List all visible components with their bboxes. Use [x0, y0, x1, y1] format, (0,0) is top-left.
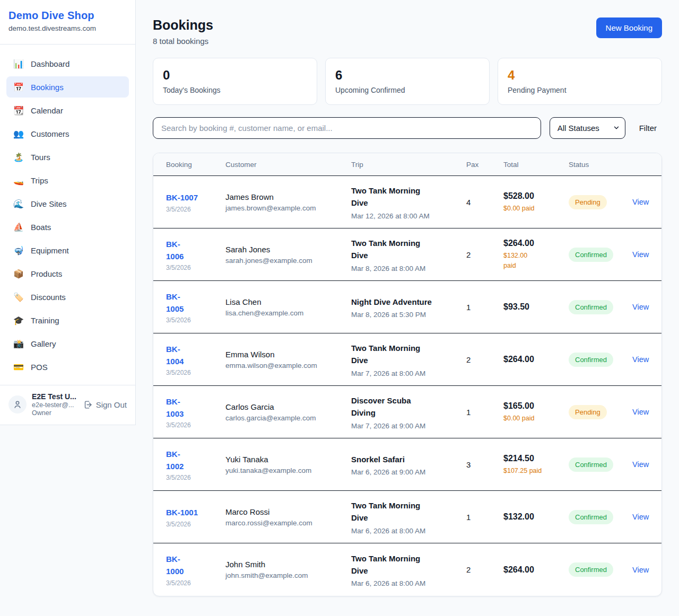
table-row: BK- 1005 3/5/2026 Lisa Chen lisa.chen@ex…	[153, 281, 661, 333]
shop-domain: demo.test.divestreams.com	[8, 24, 127, 32]
sign-out-icon	[83, 400, 92, 409]
status-badge: Confirmed	[569, 300, 613, 314]
status-filter-select[interactable]: All Statuses	[550, 117, 625, 139]
sidebar-item-discounts[interactable]: 🏷️ Discounts	[6, 286, 129, 307]
page-header: Bookings 8 total bookings New Booking	[153, 17, 662, 46]
bookings-table: Booking Customer Trip Pax Total Status B…	[153, 153, 662, 596]
page-subtitle: 8 total bookings	[153, 37, 213, 46]
booking-number-link[interactable]: BK-1007	[166, 191, 225, 204]
pos-icon: 💳	[13, 362, 24, 372]
pax-cell: 1	[466, 513, 503, 522]
sign-out-label: Sign Out	[96, 400, 127, 409]
trip-name: Two Tank Morning Dive	[351, 184, 466, 209]
booking-number-link[interactable]: BK- 1002	[166, 448, 225, 473]
customer-cell: Lisa Chen lisa.chen@example.com	[225, 297, 351, 317]
view-link[interactable]: View	[632, 303, 649, 311]
booking-number-link[interactable]: BK-1001	[166, 506, 225, 518]
status-badge: Confirmed	[569, 457, 613, 472]
sidebar-item-products[interactable]: 📦 Products	[6, 263, 129, 284]
filter-button[interactable]: Filter	[634, 124, 662, 133]
table-row: BK-1001 3/5/2026 Marco Rossi marco.rossi…	[153, 491, 661, 543]
pax-cell: 1	[466, 303, 503, 312]
sidebar-item-label: Tours	[31, 153, 50, 162]
paid-amount: $132.00 paid	[503, 251, 569, 271]
table-row: BK- 1006 3/5/2026 Sarah Jones sarah.jone…	[153, 228, 661, 281]
booking-number-link[interactable]: BK- 1005	[166, 291, 225, 315]
view-link[interactable]: View	[632, 408, 649, 416]
customer-name: Emma Wilson	[225, 350, 351, 359]
status-cell: Confirmed	[569, 457, 632, 472]
total-cell: $165.00 $0.00 paid	[503, 401, 569, 424]
view-link[interactable]: View	[632, 460, 649, 469]
view-link[interactable]: View	[632, 198, 649, 206]
sidebar-item-label: Customers	[31, 129, 69, 138]
sidebar-item-tours[interactable]: 🏝️ Tours	[6, 146, 129, 168]
view-link[interactable]: View	[632, 355, 649, 364]
total-cell: $264.00 $132.00 paid	[503, 239, 569, 271]
main-content: Bookings 8 total bookings New Booking 0 …	[136, 0, 679, 596]
sidebar-item-boats[interactable]: ⛵ Boats	[6, 216, 129, 237]
calendar-icon: 📆	[13, 105, 24, 116]
customer-email: lisa.chen@example.com	[225, 309, 351, 317]
sidebar-item-label: Gallery	[31, 339, 56, 348]
trip-name: Two Tank Morning Dive	[351, 552, 466, 577]
view-link[interactable]: View	[632, 250, 649, 259]
total-amount: $214.50	[503, 454, 569, 463]
stat-value: 6	[335, 68, 480, 82]
status-badge: Confirmed	[569, 353, 613, 367]
total-cell: $93.50	[503, 302, 569, 312]
actions-cell: View	[632, 565, 649, 575]
sidebar-item-label: Dashboard	[31, 59, 69, 68]
booking-cell: BK-1001 3/5/2026	[166, 506, 225, 527]
view-link[interactable]: View	[632, 513, 649, 521]
shop-name[interactable]: Demo Dive Shop	[8, 10, 127, 22]
sidebar-item-trips[interactable]: 🚤 Trips	[6, 170, 129, 191]
sidebar-item-equipment[interactable]: 🤿 Equipment	[6, 240, 129, 261]
column-header-trip: Trip	[351, 161, 466, 169]
booking-number-link[interactable]: BK- 1000	[166, 553, 225, 578]
total-amount: $528.00	[503, 191, 569, 201]
sign-out-button[interactable]: Sign Out	[83, 400, 127, 409]
status-badge: Confirmed	[569, 248, 613, 262]
customer-name: Carlos Garcia	[225, 402, 351, 411]
booking-number-link[interactable]: BK- 1003	[166, 395, 225, 420]
booking-cell: BK- 1000 3/5/2026	[166, 553, 225, 587]
sidebar-item-dive-sites[interactable]: 🌊 Dive Sites	[6, 193, 129, 214]
customer-cell: Marco Rossi marco.rossi@example.com	[225, 507, 351, 527]
sidebar-item-gallery[interactable]: 📸 Gallery	[6, 333, 129, 354]
column-header-total: Total	[503, 161, 569, 169]
booking-date: 3/5/2026	[166, 474, 225, 481]
sidebar-item-label: POS	[31, 363, 48, 372]
discounts-icon: 🏷️	[13, 292, 24, 302]
sidebar-item-dashboard[interactable]: 📊 Dashboard	[6, 53, 129, 74]
trip-datetime: Mar 8, 2026 at 5:30 PM	[351, 311, 466, 319]
stat-label: Today's Bookings	[163, 86, 307, 94]
trip-cell: Two Tank Morning Dive Mar 8, 2026 at 8:0…	[351, 237, 466, 272]
sidebar-item-label: Bookings	[31, 83, 64, 92]
status-cell: Confirmed	[569, 353, 632, 367]
search-input[interactable]	[153, 117, 541, 139]
stats-row: 0 Today's Bookings 6 Upcoming Confirmed …	[153, 58, 662, 105]
booking-number-link[interactable]: BK- 1006	[166, 238, 225, 263]
sidebar-item-pos[interactable]: 💳 POS	[6, 356, 129, 377]
booking-date: 3/5/2026	[166, 316, 225, 324]
customer-email: james.brown@example.com	[225, 204, 351, 212]
booking-cell: BK- 1006 3/5/2026	[166, 238, 225, 272]
new-booking-button[interactable]: New Booking	[596, 17, 662, 38]
sidebar-item-label: Training	[31, 316, 59, 325]
booking-number-link[interactable]: BK- 1004	[166, 343, 225, 368]
stat-value: 0	[163, 68, 307, 82]
status-cell: Confirmed	[569, 510, 632, 524]
status-cell: Pending	[569, 195, 632, 209]
sidebar-item-bookings[interactable]: 📅 Bookings	[6, 76, 129, 98]
sidebar-item-label: Trips	[31, 176, 48, 185]
trip-datetime: Mar 7, 2026 at 9:00 AM	[351, 422, 466, 430]
sidebar-item-training[interactable]: 🎓 Training	[6, 310, 129, 331]
stat-value: 4	[508, 68, 652, 82]
sidebar-item-customers[interactable]: 👥 Customers	[6, 123, 129, 144]
view-link[interactable]: View	[632, 566, 649, 574]
trip-datetime: Mar 8, 2026 at 8:00 AM	[351, 265, 466, 272]
sidebar-item-calendar[interactable]: 📆 Calendar	[6, 100, 129, 121]
booking-date: 3/5/2026	[166, 579, 225, 587]
user-name: E2E Test U...	[32, 392, 78, 401]
